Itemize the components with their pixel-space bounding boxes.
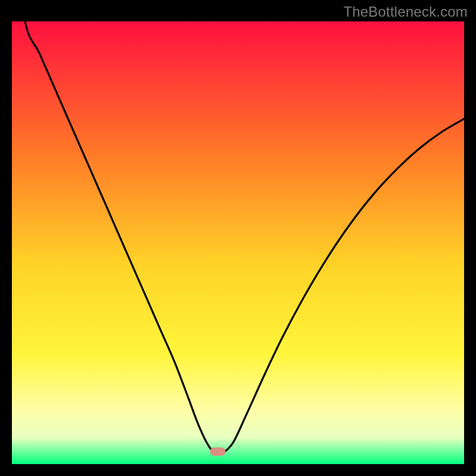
plot-area <box>12 21 464 464</box>
gradient-background <box>12 21 464 464</box>
watermark-text: TheBottleneck.com <box>343 4 468 20</box>
trough-marker <box>210 447 226 456</box>
plot-svg <box>12 21 464 464</box>
chart-frame: TheBottleneck.com <box>0 0 476 476</box>
